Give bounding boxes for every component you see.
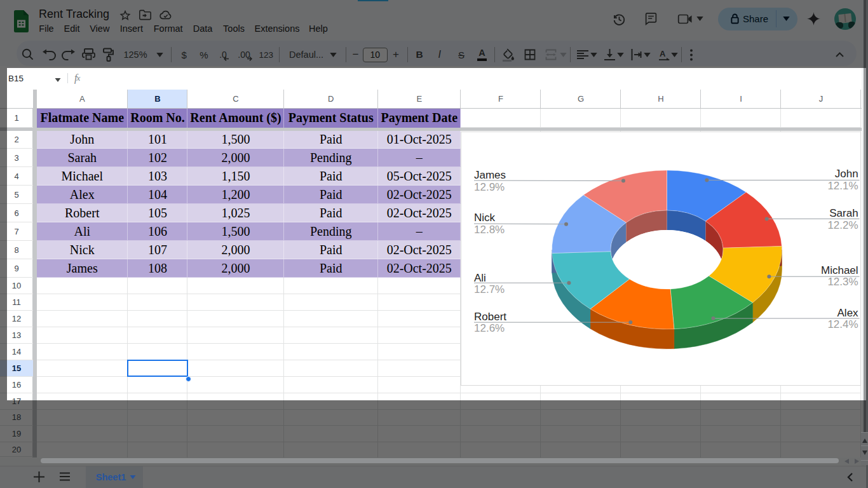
svg-text:A: A: [660, 49, 666, 58]
